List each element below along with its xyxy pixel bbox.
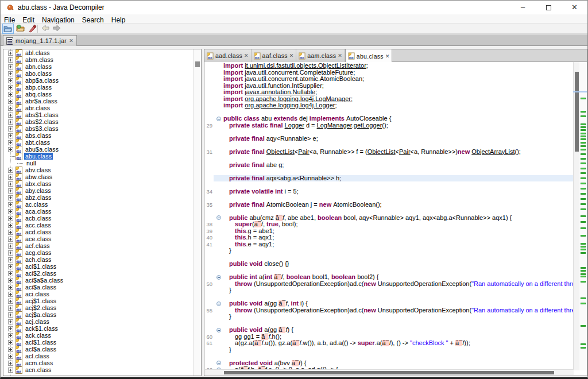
minimize-button[interactable]: – bbox=[510, 1, 536, 14]
tree-expander-icon[interactable] bbox=[8, 92, 13, 97]
tree-item-abp-a-class[interactable]: abp$a.class bbox=[3, 77, 192, 84]
fold-collapse-icon[interactable] bbox=[216, 117, 221, 121]
ruler-change-mark[interactable] bbox=[581, 149, 586, 150]
ruler-change-mark[interactable] bbox=[581, 115, 586, 117]
ruler-change-mark[interactable] bbox=[581, 227, 586, 229]
code-line[interactable]: import java.util.concurrent.CompletableF… bbox=[205, 69, 574, 76]
tree-expander-icon[interactable] bbox=[8, 126, 13, 132]
tree-item-acj-2-class[interactable]: acj$2.class bbox=[3, 304, 192, 311]
code-line[interactable] bbox=[205, 208, 574, 215]
tab-close-icon[interactable]: ✕ bbox=[244, 53, 249, 59]
tree-expander-icon[interactable] bbox=[8, 209, 13, 214]
tree-expander-icon[interactable] bbox=[8, 305, 13, 311]
tab-close-icon[interactable]: ✕ bbox=[338, 53, 342, 59]
code-line[interactable] bbox=[205, 294, 574, 301]
tree-expander-icon[interactable] bbox=[8, 299, 13, 304]
close-button[interactable]: ✕ bbox=[562, 1, 587, 14]
tree-item-acj-a-class[interactable]: acj$a.class bbox=[3, 311, 192, 318]
tree-item-aci-class[interactable]: aci.class bbox=[3, 291, 192, 297]
tree-expander-icon[interactable] bbox=[8, 133, 13, 138]
code-line[interactable]: protected void a(bvv ā¯f) { bbox=[205, 360, 574, 367]
ruler-change-mark[interactable] bbox=[581, 183, 586, 184]
editor-tab-aam-class[interactable]: aam.class✕ bbox=[296, 49, 345, 62]
code-line[interactable]: import it.unimi.dsi.fastutil.objects.Obj… bbox=[205, 63, 574, 69]
tree-item-acc-class[interactable]: acc.class bbox=[3, 222, 192, 229]
ruler-change-mark[interactable] bbox=[581, 270, 586, 272]
code-line[interactable]: 60gg gg1 = ā¯f.h(); bbox=[205, 334, 574, 341]
ruler-change-mark[interactable] bbox=[581, 267, 586, 269]
tree-item-abw-class[interactable]: abw.class bbox=[3, 173, 192, 180]
tree-expander-icon[interactable] bbox=[8, 175, 13, 180]
editor-vertical-scrollbar[interactable] bbox=[573, 62, 579, 370]
code-line[interactable]: public void close() {} bbox=[205, 261, 574, 268]
tree-expander-icon[interactable] bbox=[8, 312, 13, 318]
fold-collapse-icon[interactable] bbox=[216, 301, 221, 306]
ruler-change-mark[interactable] bbox=[581, 98, 586, 99]
code-line[interactable]: 34private volatile int i = 5; bbox=[205, 188, 574, 195]
tree-expander-icon[interactable] bbox=[8, 223, 13, 228]
ruler-change-mark[interactable] bbox=[581, 325, 586, 327]
ruler-change-mark[interactable] bbox=[581, 246, 586, 247]
fold-collapse-icon[interactable] bbox=[216, 215, 221, 220]
code-line[interactable]: 38super(ā¯f, true, bool); bbox=[205, 221, 574, 228]
forward-button[interactable] bbox=[51, 24, 63, 34]
ruler-change-mark[interactable] bbox=[581, 343, 586, 345]
tree-item-abp-class[interactable]: abp.class bbox=[3, 84, 192, 91]
tree-item-abm-class[interactable]: abm.class bbox=[3, 56, 192, 63]
tree-scrollbar[interactable] bbox=[193, 49, 201, 376]
code-line[interactable] bbox=[205, 268, 574, 274]
tree-item-ack-class[interactable]: ack.class bbox=[3, 332, 192, 339]
ruler-change-mark[interactable] bbox=[581, 198, 586, 200]
tree-expander-icon[interactable] bbox=[8, 64, 13, 69]
code-line[interactable]: public void a(gg ā¯f) { bbox=[205, 327, 574, 334]
tree-item-acl-a-class[interactable]: acl$a.class bbox=[3, 346, 192, 353]
code-line[interactable] bbox=[205, 195, 574, 202]
tree-item-abx-class[interactable]: abx.class bbox=[3, 180, 192, 187]
code-line[interactable]: private final aqx<abg.a<Runnable>> h; bbox=[205, 175, 574, 182]
ruler-change-mark[interactable] bbox=[581, 136, 586, 137]
tree-item-acg-class[interactable]: acg.class bbox=[3, 249, 192, 256]
code-line[interactable] bbox=[205, 109, 574, 116]
jar-tab-close-icon[interactable]: ✕ bbox=[69, 38, 74, 44]
tree-expander-icon[interactable] bbox=[8, 354, 13, 359]
tree-expander-icon[interactable] bbox=[8, 278, 13, 283]
tree-item-abt-class[interactable]: abt.class bbox=[3, 139, 192, 146]
tree-item-acm-class[interactable]: acm.class bbox=[3, 359, 192, 366]
code-line[interactable] bbox=[205, 254, 574, 261]
tree-item-abq-class[interactable]: abq.class bbox=[3, 91, 192, 98]
tree-item-abv-class[interactable]: abv.class bbox=[3, 167, 192, 173]
fold-collapse-icon[interactable] bbox=[216, 361, 221, 365]
tree-item-abu-a-class[interactable]: abu$a.class bbox=[3, 146, 192, 153]
open-all-button[interactable] bbox=[15, 24, 26, 34]
tree-item-abu-class[interactable]: abu.class bbox=[3, 153, 192, 160]
back-button[interactable] bbox=[40, 24, 51, 34]
ruler-change-mark[interactable] bbox=[581, 145, 586, 147]
tree-expander-icon[interactable] bbox=[8, 250, 13, 256]
tree-item-acj-1-class[interactable]: acj$1.class bbox=[3, 297, 192, 304]
tree-expander-icon[interactable] bbox=[8, 368, 13, 373]
code-area[interactable]: import it.unimi.dsi.fastutil.objects.Obj… bbox=[205, 62, 574, 370]
editor-tab-abu-class[interactable]: abu.class✕ bbox=[345, 49, 393, 63]
tree-item-aci-2-class[interactable]: aci$2.class bbox=[3, 270, 192, 277]
tree-expander-icon[interactable] bbox=[8, 264, 13, 269]
tree-item-abs-3-class[interactable]: abs$3.class bbox=[3, 125, 192, 132]
tree-expander-icon[interactable] bbox=[8, 257, 13, 262]
ruler-change-mark[interactable] bbox=[581, 168, 586, 169]
ruler-change-mark[interactable] bbox=[581, 172, 586, 174]
code-line[interactable] bbox=[205, 353, 574, 360]
tree-item-abl-class[interactable]: abl.class bbox=[3, 49, 192, 56]
code-line[interactable] bbox=[205, 155, 574, 162]
code-line[interactable]: public class abu extends dej implements … bbox=[205, 115, 574, 122]
code-line[interactable]: 41this.e = aqy1; bbox=[205, 241, 574, 248]
tree-expander-icon[interactable] bbox=[8, 57, 13, 63]
code-line[interactable]: public void a(gg ā¯f, int i) { bbox=[205, 300, 574, 307]
ruler-change-mark[interactable] bbox=[581, 203, 586, 205]
code-line[interactable]: 50throw (UnsupportedOperationException)a… bbox=[205, 281, 574, 288]
ruler-change-mark[interactable] bbox=[581, 158, 586, 160]
tree-item-ack-1-class[interactable]: ack$1.class bbox=[3, 325, 192, 332]
ruler-change-mark[interactable] bbox=[581, 138, 586, 140]
ruler-change-mark[interactable] bbox=[581, 273, 586, 275]
ruler-change-mark[interactable] bbox=[581, 129, 586, 131]
code-line[interactable]: 61a(gz.a(ā¯f.u()), gz.a(ā¯f.w()), a.b, a… bbox=[205, 340, 574, 347]
tree-expander-icon[interactable] bbox=[8, 271, 13, 276]
